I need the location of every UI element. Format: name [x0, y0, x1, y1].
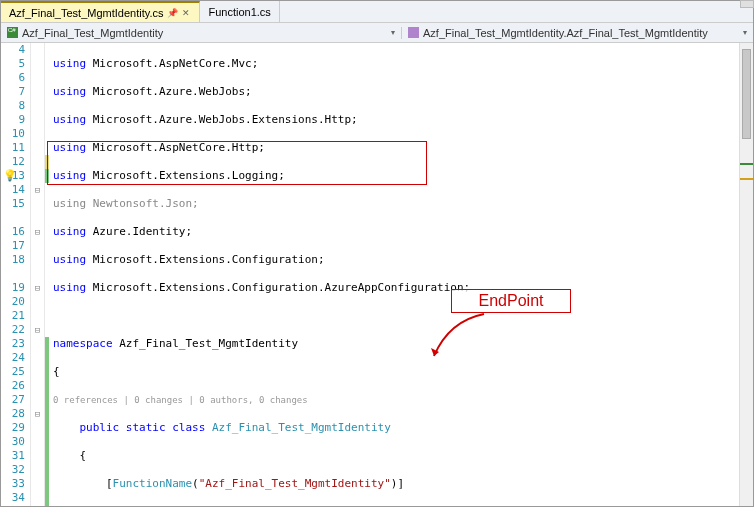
- nav-left-text: Azf_Final_Test_MgmtIdentity: [22, 27, 387, 39]
- annotation-arrow: [429, 311, 489, 361]
- function-name-string: "Azf_Final_Test_MgmtIdentity": [199, 477, 391, 490]
- fold-gutter: ⊟⊟⊟⊟⊟⊟: [31, 43, 45, 506]
- vertical-scrollbar[interactable]: [739, 43, 753, 506]
- scroll-mark: [740, 163, 753, 165]
- nav-bar: Azf_Final_Test_MgmtIdentity ▾ Azf_Final_…: [1, 23, 753, 43]
- class-icon: [408, 27, 419, 38]
- line-number-gutter: 4567891011121314151617181920212223242526…: [1, 43, 31, 506]
- pin-icon[interactable]: 📌: [167, 8, 177, 18]
- tab-label: Azf_Final_Test_MgmtIdentity.cs: [9, 7, 163, 19]
- nav-right-text: Azf_Final_Test_MgmtIdentity.Azf_Final_Te…: [423, 27, 739, 39]
- annotation-callout: EndPoint: [451, 289, 571, 313]
- close-icon[interactable]: ✕: [181, 8, 191, 18]
- split-handle[interactable]: [740, 0, 754, 8]
- chevron-down-icon: ▾: [391, 28, 395, 37]
- tab-bar: Azf_Final_Test_MgmtIdentity.cs 📌 ✕ Funct…: [1, 1, 753, 23]
- codelens[interactable]: 0 references | 0 changes | 0 authors, 0 …: [53, 393, 753, 407]
- annotation-box-usings: [47, 141, 427, 185]
- csharp-project-icon: [7, 27, 18, 38]
- code-editor[interactable]: 4567891011121314151617181920212223242526…: [1, 43, 753, 506]
- tab-label: Function1.cs: [208, 6, 270, 18]
- chevron-down-icon: ▾: [743, 28, 747, 37]
- scroll-mark: [740, 178, 753, 180]
- lightbulb-icon[interactable]: 💡: [3, 169, 15, 181]
- tab-file-active[interactable]: Azf_Final_Test_MgmtIdentity.cs 📌 ✕: [1, 1, 200, 22]
- scrollbar-thumb[interactable]: [742, 49, 751, 139]
- nav-scope-right[interactable]: Azf_Final_Test_MgmtIdentity.Azf_Final_Te…: [401, 27, 753, 39]
- callout-label: EndPoint: [479, 294, 544, 308]
- tab-file[interactable]: Function1.cs: [200, 1, 279, 22]
- nav-scope-left[interactable]: Azf_Final_Test_MgmtIdentity ▾: [1, 27, 401, 39]
- code-area[interactable]: using Microsoft.AspNetCore.Mvc; using Mi…: [49, 43, 753, 506]
- codelens[interactable]: 0 references | 0 changes | 0 authors, 0 …: [53, 505, 753, 506]
